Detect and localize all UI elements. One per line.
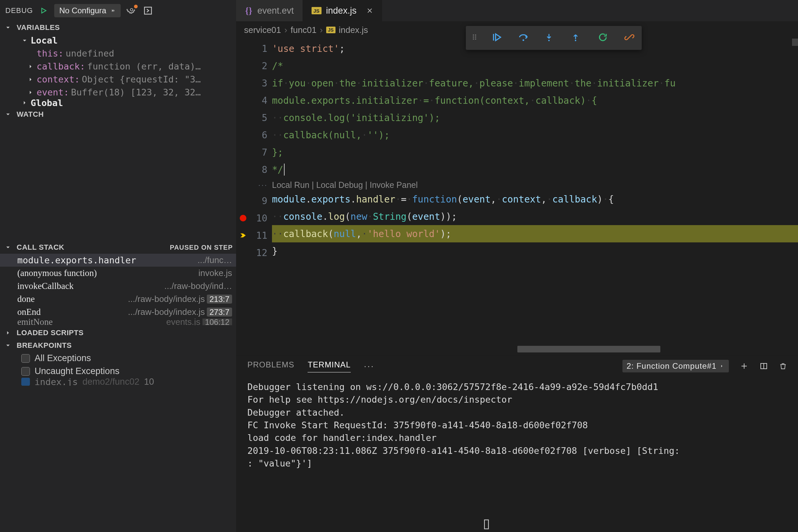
stack-frame[interactable]: emitNone events.js106:12 [0,319,236,325]
variables-body: Local this: undefined callback: function… [0,34,236,108]
variables-header[interactable]: VARIABLES [0,21,236,34]
svg-point-3 [575,40,576,41]
callstack-section: CALL STACK PAUSED ON STEP module.exports… [0,241,236,326]
variable-callback[interactable]: callback: function (err, data)… [0,60,236,73]
terminal-output[interactable]: Debugger listening on ws://0.0.0.0:3062/… [236,376,798,532]
code-line[interactable]: module.exports.handler·=·function(event,… [272,191,798,208]
stack-frame[interactable]: module.exports.handler .../func… [0,254,236,267]
trash-icon[interactable] [779,362,787,370]
editor-area: ⠿ {} event.evt JS index.js [236,0,798,532]
stack-frame[interactable]: (anonymous function) invoke.js [0,267,236,280]
svg-point-2 [548,40,550,41]
chevron-right-icon [26,63,35,70]
chevron-right-icon [20,99,29,106]
tab-index[interactable]: JS index.js [303,0,382,21]
chevron-right-icon: › [284,25,287,35]
debug-sidebar: DEBUG No Configura VARIABLES Local [0,0,236,532]
breakpoints-body: All Exceptions Uncaught Exceptions index… [0,352,236,387]
launch-config-select[interactable]: No Configura [54,4,120,17]
checkbox-icon[interactable] [21,354,30,363]
tab-problems[interactable]: PROBLEMS [247,360,294,372]
tab-terminal[interactable]: TERMINAL [307,360,350,373]
stack-frame[interactable]: done .../raw-body/index.js213:7 [0,292,236,306]
bottom-panel: PROBLEMS TERMINAL ··· 2: Function Comput… [236,356,798,532]
scope-global[interactable]: Global [0,99,236,107]
breakpoint-uncaught-exceptions[interactable]: Uncaught Exceptions [0,365,236,378]
editor-tabs: {} event.evt JS index.js [236,0,798,21]
callstack-body: module.exports.handler .../func… (anonym… [0,254,236,326]
step-over-icon[interactable] [518,32,529,43]
code-line[interactable]: /* [272,57,798,75]
scope-local[interactable]: Local [0,34,236,47]
debug-console-icon[interactable] [142,5,154,17]
codelens[interactable]: Local Run | Local Debug | Invoke Panel [272,178,798,191]
breakpoints-section: BREAKPOINTS All Exceptions Uncaught Exce… [0,339,236,387]
restart-icon[interactable] [598,32,609,43]
chevron-right-icon [26,76,35,83]
code-line[interactable]: module.exports.initializer·=·function(co… [272,92,798,109]
code-line[interactable]: ··console.log(new·String(event)); [272,208,798,225]
code-line[interactable]: } [272,242,798,260]
variable-context[interactable]: context: Object {requestId: "3… [0,73,236,86]
callstack-header[interactable]: CALL STACK PAUSED ON STEP [0,241,236,254]
svg-rect-0 [144,7,151,14]
panel-tabs: PROBLEMS TERMINAL ··· 2: Function Comput… [236,356,798,376]
code-line[interactable]: ··callback(null,·'hello world'); [272,225,798,242]
loaded-scripts-header[interactable]: LOADED SCRIPTS [0,326,236,339]
variables-section: VARIABLES Local this: undefined callback… [0,21,236,108]
step-out-icon[interactable] [571,32,583,43]
js-file-icon: JS [326,26,336,33]
checkbox-icon[interactable] [21,367,30,376]
horizontal-scrollbar[interactable] [517,346,660,353]
code-line[interactable]: */ [272,161,798,178]
chevron-down-icon [20,37,29,44]
tab-event[interactable]: {} event.evt [236,0,303,21]
more-panels-icon[interactable]: ··· [364,361,375,371]
chevron-right-icon [3,329,13,336]
continue-icon[interactable] [491,32,503,43]
breakpoint-all-exceptions[interactable]: All Exceptions [0,352,236,365]
code-line[interactable]: if·you·open·the·initializer·feature,·ple… [272,75,798,92]
terminal-cursor [483,519,490,529]
settings-gear-icon[interactable] [125,5,137,17]
code-line[interactable]: ··console.log('initializing'); [272,109,798,126]
chevron-down-icon [3,342,13,349]
new-terminal-icon[interactable] [740,362,748,370]
gutter-marks[interactable] [236,39,250,356]
debug-title: DEBUG [5,6,33,15]
checkbox-checked-icon[interactable] [21,378,30,386]
code-line[interactable]: }; [272,144,798,161]
chevron-down-icon [3,24,13,31]
start-debug-icon[interactable] [38,5,50,17]
panel-actions: 2: Function Compute#1 [623,360,787,373]
split-terminal-icon[interactable] [759,362,768,370]
watch-header[interactable]: WATCH [0,108,236,121]
chevron-down-icon [3,111,13,118]
breakpoint-item[interactable]: index.js demo2/func02 10 [0,378,236,386]
stack-frame[interactable]: onEnd .../raw-body/index.js273:7 [0,306,236,319]
js-file-icon: JS [311,7,322,14]
debug-action-toolbar[interactable]: ⠿ [466,26,642,50]
code-line[interactable]: ··callback(null,·''); [272,126,798,144]
variable-event[interactable]: event: Buffer(18) [123, 32, 32… [0,86,236,99]
paused-status: PAUSED ON STEP [170,244,233,251]
code-editor[interactable]: 12345678···9101112 'use strict';/*if·you… [236,39,798,356]
gutter-line-numbers: 12345678···9101112 [250,39,272,356]
watch-section: WATCH [0,108,236,241]
breakpoint-icon[interactable] [240,215,246,222]
braces-icon: {} [245,7,253,15]
drag-handle-icon[interactable]: ⠿ [472,34,476,42]
chevron-down-icon [3,244,13,251]
minimap-slider[interactable] [792,39,798,46]
disconnect-icon[interactable] [624,32,636,43]
close-icon[interactable] [366,7,373,14]
stack-frame[interactable]: invokeCallback .../raw-body/ind… [0,280,236,292]
variable-this[interactable]: this: undefined [0,47,236,60]
current-frame-icon [239,231,247,240]
step-into-icon[interactable] [545,32,556,43]
code-area[interactable]: 'use strict';/*if·you·open·the·initializ… [272,39,798,356]
breakpoints-header[interactable]: BREAKPOINTS [0,339,236,352]
terminal-select[interactable]: 2: Function Compute#1 [623,360,729,373]
debug-toolbar: DEBUG No Configura [0,0,236,21]
svg-point-1 [523,39,524,41]
